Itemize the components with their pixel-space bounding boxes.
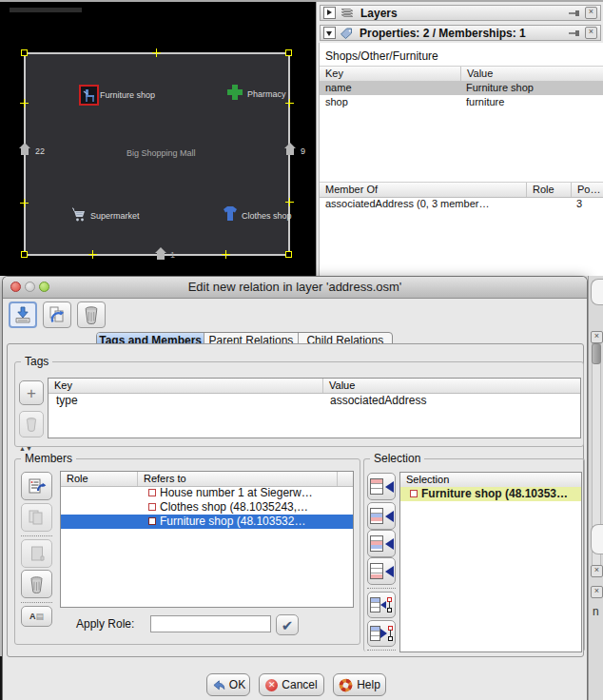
add-selection-after-button[interactable]: [367, 530, 396, 557]
shopping-cart-icon[interactable]: [71, 206, 88, 223]
tags-table-header[interactable]: Key Value: [49, 379, 580, 394]
paste-member-button[interactable]: [21, 539, 52, 568]
window-minimize-button[interactable]: [25, 282, 35, 292]
house-icon[interactable]: [283, 142, 297, 156]
apply-changes-button[interactable]: [9, 301, 37, 328]
add-selection-at-end-button[interactable]: [367, 557, 396, 585]
preset-link[interactable]: Shops/Other/Furniture: [320, 48, 603, 66]
column-key: Key: [320, 67, 460, 81]
members-group-label: Members: [21, 452, 76, 465]
close-layers-icon[interactable]: ×: [585, 7, 597, 19]
member-row[interactable]: House number 1 at Siegerw…: [61, 486, 353, 500]
dialog-title: Edit new relation in layer 'address.osm': [3, 277, 587, 298]
map-node[interactable]: [20, 99, 29, 107]
column-role: Role: [61, 472, 137, 486]
close-panel-icon[interactable]: ×: [591, 586, 603, 598]
member-row-selected[interactable]: Furniture shop (48.103532…: [61, 515, 353, 529]
apply-role-confirm-button[interactable]: ✔: [276, 614, 299, 635]
map-node[interactable]: [152, 49, 161, 57]
column-blank: [337, 472, 353, 486]
members-table: Role Refers to House number 1 at Siegerw…: [60, 471, 354, 608]
table-icon: [370, 597, 380, 612]
relation-editor-dialog: Edit new relation in layer 'address.osm'…: [2, 276, 588, 700]
copy-member-button[interactable]: [21, 503, 52, 532]
plus-icon: +: [27, 385, 36, 401]
occluded-panel-button[interactable]: [591, 279, 603, 305]
scrollbar-thumb[interactable]: [592, 343, 601, 364]
toolbar-separator: [21, 602, 52, 603]
membership-table-header[interactable]: Member Of Role Po…: [320, 182, 603, 198]
column-key: Key: [49, 379, 322, 393]
poi-label-furniture: Furniture shop: [100, 90, 155, 100]
membership-row[interactable]: associatedAddress (0, 3 member… 3: [320, 197, 603, 211]
tags-group: Tags + Key Value type associa: [14, 361, 584, 447]
map-node[interactable]: [88, 250, 97, 259]
refresh-button[interactable]: [43, 301, 71, 328]
dialog-titlebar[interactable]: Edit new relation in layer 'address.osm': [3, 277, 587, 299]
close-properties-icon[interactable]: ×: [585, 27, 597, 39]
pharmacy-cross-icon[interactable]: [227, 85, 243, 100]
map-node[interactable]: [285, 99, 294, 107]
members-table-header[interactable]: Role Refers to: [61, 472, 353, 487]
delete-tag-button[interactable]: [19, 411, 44, 438]
selection-table: Selection Furniture shop (48.10353…: [399, 472, 582, 652]
house-icon[interactable]: [18, 142, 31, 156]
delete-member-button[interactable]: [21, 570, 52, 598]
help-button[interactable]: Help: [333, 673, 386, 696]
tag-row-type[interactable]: type associatedAddress: [49, 393, 580, 408]
selection-table-header[interactable]: Selection: [400, 473, 581, 488]
property-row-name[interactable]: name Furniture shop: [320, 81, 603, 95]
map-node[interactable]: [21, 251, 28, 258]
map-node[interactable]: [285, 49, 292, 56]
collapse-properties-button[interactable]: [323, 27, 336, 39]
close-panel-icon[interactable]: ×: [591, 331, 603, 343]
ok-button[interactable]: OK: [206, 673, 250, 696]
house-icon[interactable]: [154, 246, 167, 261]
map-node[interactable]: [222, 250, 230, 259]
properties-table-header[interactable]: Key Value: [320, 66, 603, 82]
move-up-down-buttons[interactable]: ▲▼: [19, 445, 32, 452]
map-node[interactable]: [21, 49, 28, 56]
apply-role-label: Apply Role:: [76, 617, 134, 631]
trash-icon: [29, 575, 45, 593]
map-node[interactable]: [20, 199, 29, 207]
selection-row[interactable]: Furniture shop (48.10353…: [400, 487, 581, 501]
properties-panel-header: Properties: 2 / Memberships: 1 ×: [320, 25, 601, 41]
column-value: Value: [322, 379, 580, 393]
column-refers-to: Refers to: [137, 472, 337, 486]
add-selection-at-start-button[interactable]: [367, 473, 396, 500]
edit-member-button[interactable]: [21, 472, 52, 500]
map-node[interactable]: [285, 198, 294, 206]
tags-table: Key Value type associatedAddress: [48, 378, 581, 438]
edit-list-icon: [28, 477, 47, 496]
map-view[interactable]: Furniture shop Pharmacy 22 9 Big Shoppin…: [0, 2, 316, 276]
select-in-relation-button[interactable]: [367, 620, 396, 647]
occluded-panel-button[interactable]: [591, 524, 603, 554]
tshirt-icon[interactable]: [223, 205, 238, 222]
table-insert-bottom-icon: [370, 563, 383, 579]
sort-members-button[interactable]: A▤: [21, 606, 52, 627]
column-value: Value: [460, 67, 603, 81]
add-selection-before-button[interactable]: [367, 502, 396, 530]
toolbar-separator: [367, 588, 396, 589]
close-panel-icon[interactable]: ×: [591, 565, 603, 577]
column-role: Role: [526, 183, 571, 197]
poi-label-clothes: Clothes shop: [242, 211, 292, 221]
chair-icon[interactable]: [79, 85, 99, 106]
window-close-button[interactable]: [10, 282, 21, 292]
delete-relation-button[interactable]: [77, 301, 106, 328]
layers-panel-title: Layers: [359, 7, 564, 20]
copy-icon: [28, 509, 46, 526]
house-number-22: 22: [35, 146, 45, 156]
cancel-button[interactable]: ✕ Cancel: [259, 673, 324, 696]
map-node[interactable]: [285, 251, 292, 258]
pin-icon[interactable]: [568, 29, 581, 38]
member-row[interactable]: Clothes shop (48.1035243,…: [61, 500, 353, 515]
add-tag-button[interactable]: +: [19, 380, 44, 405]
property-row-shop[interactable]: shop furniture: [320, 95, 603, 109]
pin-icon[interactable]: [568, 9, 581, 18]
select-members-button[interactable]: [367, 592, 396, 618]
window-zoom-button[interactable]: [39, 282, 49, 292]
apply-role-input[interactable]: [150, 615, 271, 632]
expand-layers-button[interactable]: [323, 7, 336, 19]
